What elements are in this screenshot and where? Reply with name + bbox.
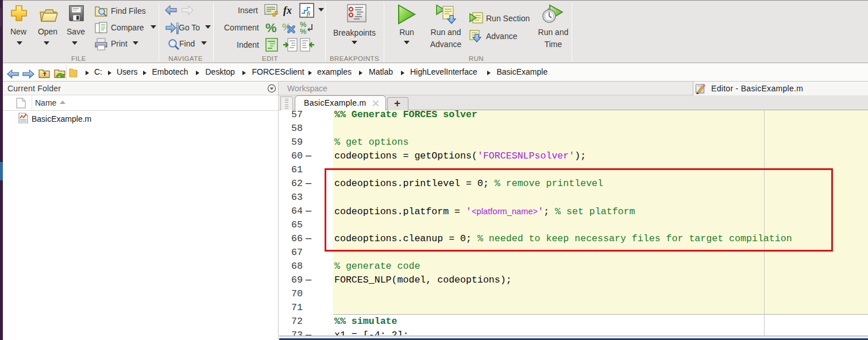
svg-text:fx: fx <box>283 5 292 16</box>
svg-text:fi: fi <box>307 10 310 17</box>
svg-text:%: % <box>265 21 277 34</box>
svg-text:%: % <box>300 27 307 35</box>
